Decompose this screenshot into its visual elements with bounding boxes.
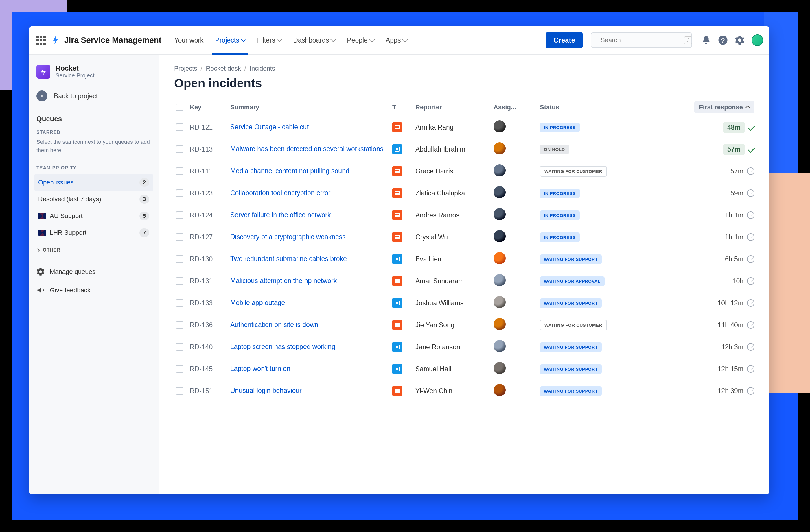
assignee-avatar[interactable] <box>493 252 506 264</box>
issue-key[interactable]: RD-113 <box>190 146 230 153</box>
issue-key[interactable]: RD-127 <box>190 233 230 241</box>
sidebar-queue-item[interactable]: LHR Support7 <box>34 225 153 241</box>
col-assignee[interactable]: Assig... <box>493 103 540 111</box>
table-row[interactable]: RD-123Collaboration tool encryption erro… <box>174 182 755 204</box>
assignee-avatar[interactable] <box>493 208 506 220</box>
create-button[interactable]: Create <box>546 32 583 48</box>
assignee-avatar[interactable] <box>493 296 506 308</box>
table-row[interactable]: RD-133Mobile app outageJoshua WilliamsWA… <box>174 292 755 314</box>
issue-summary-link[interactable]: Laptop screen has stopped working <box>230 342 392 351</box>
notifications-icon[interactable] <box>701 35 711 45</box>
issue-summary-link[interactable]: Two redundant submarine cables broke <box>230 254 392 263</box>
assignee-avatar[interactable] <box>493 120 506 132</box>
issue-key[interactable]: RD-130 <box>190 255 230 263</box>
table-row[interactable]: RD-145Laptop won't turn onSamuel HallWAI… <box>174 358 755 380</box>
issue-key[interactable]: RD-111 <box>190 167 230 175</box>
project-header[interactable]: Rocket Service Project <box>34 63 153 85</box>
col-summary[interactable]: Summary <box>230 103 392 111</box>
row-checkbox[interactable] <box>176 299 183 307</box>
sidebar-queue-item[interactable]: AU Support5 <box>34 207 153 225</box>
issue-key[interactable]: RD-124 <box>190 211 230 219</box>
row-checkbox[interactable] <box>176 365 183 373</box>
assignee-avatar[interactable] <box>493 230 506 242</box>
assignee-avatar[interactable] <box>493 362 506 374</box>
issue-key[interactable]: RD-151 <box>190 387 230 395</box>
issue-summary-link[interactable]: Server failure in the office network <box>230 211 392 219</box>
row-checkbox[interactable] <box>176 255 183 263</box>
search-input[interactable] <box>601 36 680 44</box>
manage-queues-link[interactable]: Manage queues <box>34 263 153 281</box>
col-reporter[interactable]: Reporter <box>416 103 493 111</box>
help-icon[interactable]: ? <box>718 35 728 45</box>
settings-icon[interactable] <box>735 35 745 45</box>
assignee-avatar[interactable] <box>493 318 506 330</box>
app-switcher-icon[interactable] <box>35 34 47 46</box>
issue-key[interactable]: RD-123 <box>190 189 230 197</box>
row-checkbox[interactable] <box>176 167 183 175</box>
col-first-response[interactable]: First response <box>694 101 755 113</box>
issue-summary-link[interactable]: Authentication on site is down <box>230 320 392 329</box>
nav-people[interactable]: People <box>346 35 375 46</box>
crumb-incidents[interactable]: Incidents <box>250 65 275 72</box>
issue-key[interactable]: RD-136 <box>190 321 230 329</box>
issue-key[interactable]: RD-121 <box>190 123 230 131</box>
assignee-avatar[interactable] <box>493 186 506 198</box>
table-row[interactable]: RD-111Media channel content not pulling … <box>174 160 755 182</box>
nav-filters[interactable]: Filters <box>257 35 282 46</box>
row-checkbox[interactable] <box>176 387 183 395</box>
issue-key[interactable]: RD-145 <box>190 365 230 373</box>
col-status[interactable]: Status <box>540 103 632 111</box>
row-checkbox[interactable] <box>176 321 183 329</box>
table-row[interactable]: RD-121Service Outage - cable cutAnnika R… <box>174 116 755 138</box>
col-type[interactable]: T <box>392 103 416 111</box>
back-arrow-icon <box>36 90 47 101</box>
nav-projects[interactable]: Projects <box>215 35 246 46</box>
issue-summary-link[interactable]: Service Outage - cable cut <box>230 122 392 132</box>
table-row[interactable]: RD-127Discovery of a cryptographic weakn… <box>174 226 755 248</box>
issue-summary-link[interactable]: Media channel content not pulling sound <box>230 167 392 176</box>
assignee-avatar[interactable] <box>493 274 506 286</box>
issue-key[interactable]: RD-133 <box>190 299 230 307</box>
issue-summary-link[interactable]: Malicious attempt on the hp network <box>230 277 392 285</box>
table-row[interactable]: RD-131Malicious attempt on the hp networ… <box>174 270 755 292</box>
issue-summary-link[interactable]: Malware has been detected on several wor… <box>230 145 392 153</box>
table-row[interactable]: RD-140Laptop screen has stopped workingJ… <box>174 336 755 358</box>
table-row[interactable]: RD-113Malware has been detected on sever… <box>174 138 755 160</box>
issue-summary-link[interactable]: Discovery of a cryptographic weakness <box>230 232 392 242</box>
row-checkbox[interactable] <box>176 343 183 351</box>
select-all-checkbox[interactable] <box>176 103 183 111</box>
assignee-avatar[interactable] <box>493 142 506 154</box>
issue-summary-link[interactable]: Unusual login behaviour <box>230 386 392 395</box>
nav-your-work[interactable]: Your work <box>174 35 204 46</box>
table-row[interactable]: RD-130Two redundant submarine cables bro… <box>174 248 755 270</box>
sidebar-queue-item[interactable]: Open issues2 <box>34 174 153 191</box>
sidebar-queue-item[interactable]: Resolved (last 7 days)3 <box>34 191 153 207</box>
row-checkbox[interactable] <box>176 146 183 153</box>
nav-dashboards[interactable]: Dashboards <box>292 35 336 46</box>
row-checkbox[interactable] <box>176 189 183 197</box>
row-checkbox[interactable] <box>176 211 183 219</box>
search-box[interactable]: / <box>591 32 692 48</box>
issue-summary-link[interactable]: Laptop won't turn on <box>230 364 392 373</box>
assignee-avatar[interactable] <box>493 164 506 176</box>
col-key[interactable]: Key <box>190 103 230 111</box>
row-checkbox[interactable] <box>176 233 183 241</box>
other-toggle[interactable]: OTHER <box>34 241 153 259</box>
issue-summary-link[interactable]: Collaboration tool encryption error <box>230 188 392 198</box>
profile-avatar[interactable] <box>751 34 763 46</box>
table-row[interactable]: RD-151Unusual login behaviourYi-Wen Chin… <box>174 380 755 402</box>
back-to-project-link[interactable]: Back to project <box>34 85 153 107</box>
crumb-rocket-desk[interactable]: Rocket desk <box>206 65 241 72</box>
row-checkbox[interactable] <box>176 277 183 285</box>
assignee-avatar[interactable] <box>493 384 506 396</box>
give-feedback-link[interactable]: Give feedback <box>34 281 153 300</box>
row-checkbox[interactable] <box>176 123 183 131</box>
issue-summary-link[interactable]: Mobile app outage <box>230 298 392 307</box>
issue-key[interactable]: RD-140 <box>190 343 230 351</box>
table-row[interactable]: RD-136Authentication on site is downJie … <box>174 314 755 336</box>
table-row[interactable]: RD-124Server failure in the office netwo… <box>174 204 755 226</box>
nav-apps[interactable]: Apps <box>385 35 408 46</box>
assignee-avatar[interactable] <box>493 340 506 352</box>
issue-key[interactable]: RD-131 <box>190 277 230 285</box>
crumb-projects[interactable]: Projects <box>174 65 197 72</box>
